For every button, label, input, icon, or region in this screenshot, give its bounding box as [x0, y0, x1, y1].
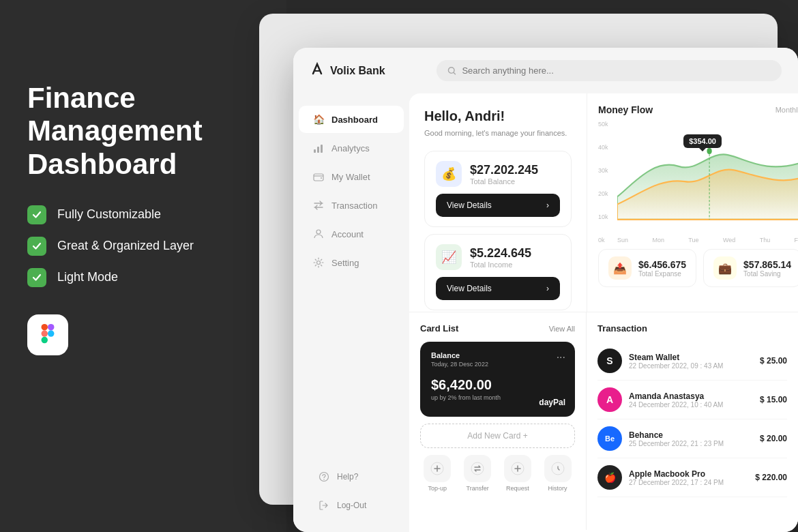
chart-y-labels: 50k 40k 30k 20k 10k 0k: [598, 121, 608, 243]
money-flow-header: Money Flow Monthly: [598, 104, 798, 115]
sidebar-item-transaction[interactable]: Transaction: [299, 192, 404, 219]
topup-action[interactable]: Top-up: [420, 455, 455, 492]
money-flow-title: Money Flow: [598, 104, 653, 115]
sidebar-label-help: Help?: [337, 472, 358, 482]
amanda-name: Amanda Anastasya: [629, 391, 753, 401]
steam-avatar: S: [597, 349, 622, 373]
transfer-action[interactable]: Transfer: [460, 455, 495, 492]
request-action[interactable]: Request: [501, 455, 535, 492]
sidebar-label-analytics: Analytycs: [331, 143, 370, 153]
chart-x-labels: Sun Mon Tue Wed Thu Fri: [617, 237, 798, 243]
sidebar-item-account[interactable]: Account: [299, 220, 404, 248]
feature-item-1: Fully Customizable: [27, 205, 259, 224]
view-details-balance-button[interactable]: View Details ›: [436, 194, 560, 217]
check-icon-3: [27, 268, 46, 287]
dashboard-card: Volix Bank 🏠 Dashboard Ana: [293, 48, 798, 532]
search-icon: [447, 66, 456, 76]
quick-actions: Top-up Transfer Request: [420, 455, 575, 492]
svg-point-11: [316, 230, 321, 234]
transaction-item-apple: 🍎 Apple Macbook Pro 27 December 2022, 17…: [597, 458, 787, 497]
welcome-greeting: Hello, Andri!: [424, 108, 572, 124]
transaction-item-behance: Be Behance 25 December 2022, 21 : 23 PM …: [597, 419, 787, 458]
total-balance-card: 💰 $27.202.245 Total Balance View Details…: [424, 151, 572, 227]
card-list-header: Card List View All: [420, 323, 575, 334]
card-date: Today, 28 Desc 2022: [431, 361, 564, 368]
steam-amount: $ 25.00: [760, 356, 787, 366]
sidebar-item-logout[interactable]: Log-Out: [304, 492, 398, 519]
income-info: $5.224.645 Total Income: [470, 246, 531, 269]
history-action[interactable]: History: [540, 455, 575, 492]
sidebar: 🏠 Dashboard Analytycs My Wallet: [293, 93, 409, 532]
feature-item-2: Great & Organized Layer: [27, 237, 259, 256]
wallet-icon: [312, 171, 325, 183]
svg-rect-2: [48, 330, 54, 336]
amanda-date: 24 December 2022, 10 : 40 AM: [629, 401, 753, 409]
svg-rect-6: [314, 149, 316, 153]
sidebar-item-dashboard[interactable]: 🏠 Dashboard: [299, 106, 404, 133]
add-card-button[interactable]: Add New Card +: [420, 424, 575, 448]
sidebar-nav: 🏠 Dashboard Analytycs My Wallet: [293, 104, 409, 278]
view-details-income-button[interactable]: View Details ›: [436, 277, 560, 300]
chart-tooltip: $354.00: [683, 134, 722, 148]
feature-list: Fully Customizable Great & Organized Lay…: [27, 205, 259, 287]
sidebar-label-dashboard: Dashboard: [331, 115, 378, 125]
sidebar-item-setting[interactable]: Setting: [299, 249, 404, 276]
apple-name: Apple Macbook Pro: [629, 469, 748, 479]
search-input[interactable]: [462, 65, 771, 76]
expense-label: Total Expanse: [638, 270, 686, 278]
svg-rect-1: [42, 330, 48, 336]
transaction-item-amanda: A Amanda Anastasya 24 December 2022, 10 …: [597, 381, 787, 419]
dashboard-body: 🏠 Dashboard Analytycs My Wallet: [293, 93, 798, 532]
card-menu-dots[interactable]: ···: [557, 351, 565, 364]
topup-label: Top-up: [428, 485, 447, 492]
left-panel: FinanceManagementDashboard Fully Customi…: [0, 0, 286, 532]
sidebar-bottom: Help? Log-Out: [293, 456, 409, 526]
balance-icon: 💰: [436, 161, 462, 187]
analytics-icon: [312, 142, 325, 154]
expense-info: $6.456.675 Total Expanse: [638, 259, 686, 278]
transfer-icon: [464, 455, 491, 482]
logo-text: Volix Bank: [330, 65, 385, 77]
monthly-tag: Monthly: [775, 106, 798, 114]
feature-item-3: Light Mode: [27, 268, 259, 287]
behance-avatar: Be: [597, 426, 622, 451]
feature-label-1: Fully Customizable: [57, 207, 161, 222]
steam-name: Steam Wallet: [629, 353, 753, 362]
svg-rect-4: [48, 324, 54, 330]
income-card-top: 📈 $5.224.645 Total Income: [436, 244, 560, 270]
search-bar[interactable]: [437, 60, 782, 81]
sidebar-label-transaction: Transaction: [331, 201, 377, 211]
balance-card-top: 💰 $27.202.245 Total Balance: [436, 161, 560, 187]
welcome-left: Hello, Andri! Good morning, let's manage…: [409, 93, 587, 312]
sidebar-item-my-wallet[interactable]: My Wallet: [299, 163, 404, 190]
logo-area: Volix Bank: [310, 61, 426, 80]
money-flow-area: Money Flow Monthly 50k 40k 30k 20k 10k 0…: [587, 93, 798, 312]
svg-point-12: [317, 261, 321, 265]
total-balance-amount: $27.202.245: [470, 163, 538, 177]
total-expense-card: 📤 $6.456.675 Total Expanse: [598, 249, 696, 287]
main-content: Hello, Andri! Good morning, let's manage…: [409, 93, 798, 532]
total-income-label: Total Income: [470, 261, 531, 269]
view-all-link[interactable]: View All: [549, 325, 575, 333]
saving-label: Total Saving: [743, 270, 791, 278]
behance-date: 25 December 2022, 21 : 23 PM: [629, 440, 753, 447]
welcome-section: Hello, Andri! Good morning, let's manage…: [409, 93, 798, 312]
setting-icon: [312, 256, 325, 269]
sidebar-item-help[interactable]: Help?: [304, 463, 398, 490]
card-amount: $6,420.00: [431, 377, 564, 393]
help-icon: [318, 471, 330, 483]
sidebar-item-analytics[interactable]: Analytycs: [299, 134, 404, 162]
transaction-title: Transaction: [597, 323, 647, 334]
bank-card: ··· Balance Today, 28 Desc 2022 $6,420.0…: [420, 342, 575, 417]
transaction-header: Transaction: [597, 323, 787, 334]
hero-title: FinanceManagementDashboard: [27, 82, 259, 181]
balance-info: $27.202.245 Total Balance: [470, 163, 538, 186]
bottom-half: Card List View All ··· Balance Today, 28…: [409, 312, 798, 530]
transaction-section: Transaction S Steam Wallet 22 December 2…: [587, 312, 798, 530]
transaction-icon: [312, 199, 325, 211]
card-list-section: Card List View All ··· Balance Today, 28…: [409, 312, 587, 530]
card-list-title: Card List: [420, 323, 458, 334]
svg-rect-8: [321, 145, 323, 153]
history-label: History: [548, 485, 567, 492]
apple-avatar: 🍎: [597, 465, 622, 490]
